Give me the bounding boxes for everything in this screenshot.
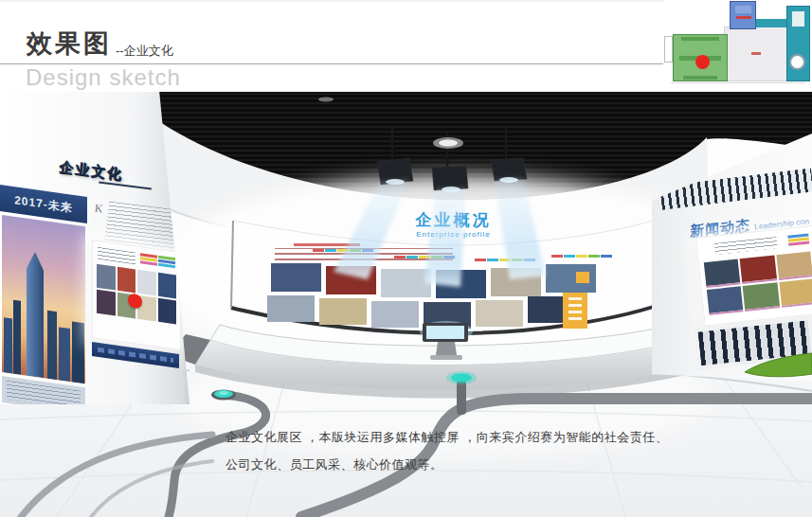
stripe-group [475,258,537,261]
path-node-light [211,390,236,401]
lightbox-text-lines [98,247,135,265]
screen-photo-row [267,294,575,321]
minimap-annex-room [664,36,673,62]
screen-yellow-tag [576,272,589,283]
minimap-hall [724,27,788,81]
caption-line-2: 公司文化、员工风采、核心价值观等。 [226,451,668,478]
screen-photo-row [271,262,596,291]
color-stripe [588,255,600,258]
city-tower [59,327,70,382]
minimap-corridor [756,19,788,27]
screen-photo [371,301,419,328]
color-stripe [419,256,430,258]
news-photo-lightbox [695,225,812,327]
color-stripe [350,249,361,252]
photo-thumb [776,251,812,280]
city-tower [47,311,57,380]
left-photo-lightbox [92,240,181,350]
screen-photo [319,298,367,325]
minimap-room-detail [792,11,804,27]
map-label-red [751,52,761,55]
stripe-group [313,249,375,252]
main-screen-content: 企业概况 Enterprise profile [233,204,674,341]
photo-thumb [704,258,741,288]
design-sketch-page: 企业概况 Enterprise profile 企业文化 K 2017-未来 [0,0,812,517]
screen-photo [267,295,315,322]
color-stripe [406,256,418,258]
color-stripe [564,255,575,258]
stripe-group [394,256,457,258]
city-tower-main [27,251,44,379]
screen-subtitle: Enterprise profile [233,230,674,239]
lightbox-text-lines [714,237,778,255]
color-stripe [576,255,587,258]
color-stripe [443,256,455,258]
city-tower [4,317,12,373]
color-stripe [394,256,406,258]
left-wall: 企业文化 K 2017-未来 [0,90,189,404]
color-stripe [362,249,373,252]
photo-thumb [707,286,744,315]
page-subtitle: --企业文化 [116,43,173,60]
left-wall-sign-subtext-bar [99,182,152,190]
color-stripe [431,256,442,258]
screen-photo [381,269,431,297]
vertical-text-bars [568,297,582,324]
timeline-banner-label: 2017-未来 [14,192,73,217]
minimap-room-detail [683,76,717,80]
color-stripe [337,249,349,252]
screen-photo [491,268,541,296]
floorplan-minimap [663,0,812,87]
photo-thumb [158,298,177,325]
color-stripe [551,255,563,258]
minimap-room-teal [786,6,810,81]
city-tower [13,300,21,375]
color-stripe [475,258,486,261]
photo-thumb [97,264,116,291]
photo-grid [704,251,812,315]
wall-text-initial: K [94,202,103,217]
minimap-round-feature [789,54,805,70]
color-stripe [313,249,324,252]
photo-thumb [158,273,177,299]
screen-photo [476,300,523,327]
color-stripe [487,258,498,261]
minimap-baseline [671,82,805,83]
color-stripe [499,258,511,261]
color-stripe [524,258,535,261]
stripe-group [140,253,176,268]
screen-heading-bar [294,243,360,246]
screen-title-block: 企业概况 Enterprise profile [233,209,674,239]
color-stripe [325,249,336,252]
photo-thumb [779,278,812,308]
photo-thumb [740,255,777,284]
stripe-group [787,234,809,246]
minimap-room-blue [730,1,756,29]
screen-photo [271,263,321,292]
exhibition-hall-render: 企业概况 Enterprise profile 企业文化 K 2017-未来 [0,90,812,517]
stripe-group [551,255,614,258]
screen-yellow-panel [563,293,587,329]
photo-thumb [97,290,116,316]
color-stripe [601,255,612,258]
caption-line-1: 企业文化展区 ，本版块运用多媒体触控屏 ，向来宾介绍赛为智能的社会责任、 [226,423,668,451]
photo-thumb [743,282,780,312]
screen-title: 企业概况 [233,209,674,231]
screen-photo [326,266,376,294]
strip-text-dashes [98,348,173,363]
city-tower [72,321,84,383]
page-title-english: Design sketch [26,64,181,91]
photo-thumb [117,267,136,294]
timeline-panel: 2017-未来 [0,185,87,404]
color-stripe [512,258,523,261]
exhibit-caption: 企业文化展区 ，本版块运用多媒体触控屏 ，向来宾介绍赛为智能的社会责任、 公司文… [226,423,668,478]
location-marker-icon [695,55,710,69]
minimap-room-detail [735,6,751,13]
screen-photo [424,302,471,329]
map-label-red [736,16,751,19]
photo-thumb [137,270,156,296]
minimap-room-detail [681,37,719,41]
left-wall-sign: 企业文化 [58,158,124,184]
page-title: 效果图 [27,27,112,61]
city-skyline-image [2,215,85,383]
